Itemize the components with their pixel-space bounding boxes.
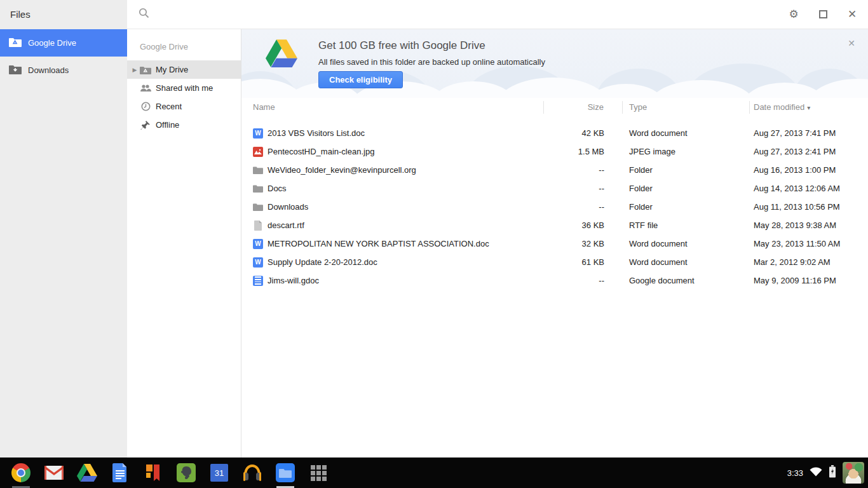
table-row[interactable]: W Supply Update 2-20-2012.doc 61 KB Word… [241,253,868,271]
google-calendar-icon[interactable]: 31 [209,463,229,483]
file-size: -- [544,184,623,193]
topbar: ⚙ ✕ [127,0,868,29]
file-date: Aug 16, 2013 1:00 PM [750,165,868,175]
word-doc-icon: W [253,128,263,139]
jpeg-image-icon [253,147,263,157]
play-music-icon[interactable] [242,463,262,483]
google-docs-icon[interactable] [110,463,130,483]
column-header-name[interactable]: Name [241,101,544,114]
file-name: descart.rtf [268,220,304,230]
column-header-date-label: Date modified [754,102,804,112]
table-row[interactable]: Docs -- Folder Aug 14, 2013 12:06 AM [241,179,868,198]
avatar[interactable] [843,462,864,484]
app-launcher-icon[interactable] [308,463,329,483]
table-row[interactable]: Downloads -- Folder Aug 11, 2013 10:56 P… [241,198,868,216]
banner-title: Get 100 GB free with Google Drive [318,39,485,52]
calendar-square: 31 [210,464,228,482]
downloads-folder-icon [9,64,22,76]
gmail-icon[interactable] [44,463,64,483]
file-size: 42 KB [544,128,623,138]
search-input[interactable] [154,10,536,19]
pin-icon [140,120,151,130]
maximize-square [819,10,827,18]
file-date: Aug 11, 2013 10:56 PM [750,202,868,212]
rtf-file-icon [253,220,263,231]
table-header-row: Name Size Type Date modified▾ [241,98,868,116]
column-header-size[interactable]: Size [544,101,623,114]
tree-sidebar: Google Drive ▶ My Drive Shared with [127,29,241,458]
tree-item-recent[interactable]: Recent [127,97,241,116]
tree-item-offline[interactable]: Offline [127,116,241,134]
file-size: 36 KB [544,220,623,230]
file-name: Supply Update 2-20-2012.doc [268,257,377,267]
app-title: Files [0,0,127,29]
clock-icon [140,102,151,111]
google-doc-icon [253,276,263,286]
column-header-type[interactable]: Type [623,101,750,114]
expander-icon[interactable]: ▶ [130,67,139,73]
folder-icon [253,202,263,212]
file-date: May 9, 2009 11:16 PM [750,276,868,285]
table-row[interactable]: W 2013 VBS Visitors List.doc 42 KB Word … [241,124,868,142]
file-name: WeVideo_folder_kevin@kevinpurcell.org [268,165,416,175]
folder-icon [253,184,263,194]
check-eligibility-button[interactable]: Check eligibility [318,71,403,88]
sidebar-item-downloads[interactable]: Downloads [0,57,127,84]
file-date: Mar 2, 2012 9:02 AM [750,257,868,267]
shelf: 31 3:33 [0,458,868,488]
table-row[interactable]: PentecostHD_main-clean.jpg 1.5 MB JPEG i… [241,142,868,161]
files-app-window: Files Google Drive Downloads [0,0,868,458]
file-name: 2013 VBS Visitors List.doc [268,128,365,138]
file-type: Folder [623,202,750,212]
tree-item-label: My Drive [156,65,188,74]
tree-item-my-drive[interactable]: ▶ My Drive [127,60,241,79]
table-row[interactable]: Jims-will.gdoc -- Google document May 9,… [241,271,868,290]
file-type: Word document [623,257,750,267]
files-app-icon[interactable] [275,463,295,483]
file-list-area: Get 100 GB free with Google Drive All fi… [241,29,868,458]
word-doc-icon: W [253,239,263,249]
status-tray[interactable]: 3:33 [787,458,864,488]
shared-people-icon [140,84,151,92]
close-icon[interactable]: ✕ [846,9,858,20]
table-row[interactable]: descart.rtf 36 KB RTF file May 28, 2013 … [241,216,868,234]
file-name: Downloads [268,202,308,212]
drive-folder-icon [9,37,22,49]
file-date: May 28, 2013 9:38 AM [750,220,868,230]
column-header-date[interactable]: Date modified▾ [750,102,868,112]
tree-item-label: Recent [156,102,182,111]
file-type: RTF file [623,220,750,230]
sidebar-item-label: Downloads [28,65,69,75]
file-size: 61 KB [544,257,623,267]
word-doc-icon: W [253,257,263,268]
file-date: Aug 27, 2013 2:41 PM [750,147,868,156]
evernote-square [177,463,196,482]
clock-time: 3:33 [787,468,803,478]
launcher-grid-glyph [311,465,327,481]
table-row[interactable]: WeVideo_folder_kevin@kevinpurcell.org --… [241,161,868,179]
file-name: Jims-will.gdoc [268,276,319,285]
sidebar-item-google-drive[interactable]: Google Drive [0,29,127,57]
google-drive-shelf-icon[interactable] [77,463,97,483]
table-row[interactable]: W METROPOLITAN NEW YORK BAPTIST ASSOCIAT… [241,234,868,253]
bookmarks-app-icon[interactable] [143,463,163,483]
files-app-square [276,463,295,482]
file-type: Word document [623,239,750,248]
file-date: Aug 27, 2013 7:41 PM [750,128,868,138]
maximize-icon[interactable] [817,9,829,20]
drive-promo-banner: Get 100 GB free with Google Drive All fi… [241,29,868,98]
search-icon[interactable] [139,8,149,21]
gear-icon[interactable]: ⚙ [788,9,799,20]
file-name: Docs [268,184,287,193]
file-type: Word document [623,128,750,138]
sidebar-item-label: Google Drive [28,38,76,48]
file-name: PentecostHD_main-clean.jpg [268,147,374,156]
banner-close-icon[interactable]: ✕ [846,38,857,48]
my-drive-folder-icon [140,65,151,74]
evernote-icon[interactable] [176,463,196,483]
chrome-logo [11,463,31,482]
tree-item-label: Shared with me [156,83,213,93]
tree-item-shared-with-me[interactable]: Shared with me [127,79,241,97]
file-size: -- [544,202,623,212]
chrome-icon[interactable] [11,463,31,483]
